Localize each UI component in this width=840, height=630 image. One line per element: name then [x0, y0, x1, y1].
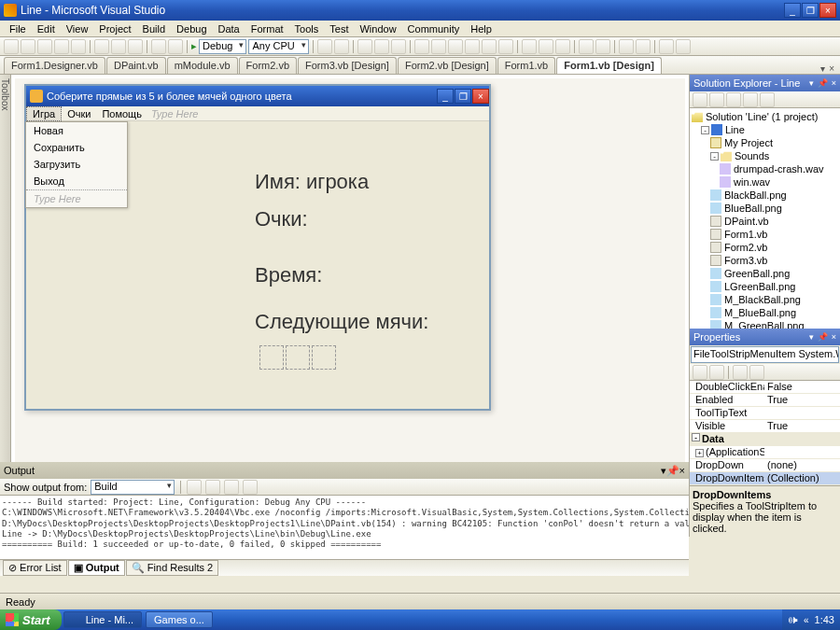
- property-row[interactable]: DropDown(none): [690, 459, 840, 472]
- menu-help[interactable]: Help: [465, 22, 497, 35]
- tree-item[interactable]: M_BlueBall.png: [692, 306, 838, 319]
- prop-events-button[interactable]: [733, 365, 748, 380]
- output-find-button[interactable]: [187, 480, 202, 495]
- output-goto-button[interactable]: [205, 480, 220, 495]
- property-row[interactable]: +(ApplicationSett: [690, 446, 840, 459]
- align-left-button[interactable]: [414, 39, 429, 54]
- doc-tab[interactable]: Form2.vb: [239, 57, 297, 74]
- menu-file[interactable]: File: [4, 22, 32, 35]
- output-tab[interactable]: ▣ Output: [68, 560, 125, 576]
- menu-debug[interactable]: Debug: [171, 22, 212, 35]
- run-icon[interactable]: ▸: [191, 40, 197, 52]
- properties-grid[interactable]: DoubleClickEnalFalseEnabledTrueToolTipTe…: [690, 381, 840, 485]
- label-time[interactable]: Время:: [255, 263, 322, 287]
- tree-item[interactable]: M_GreenBall.png: [692, 319, 838, 329]
- se-showall-button[interactable]: [709, 92, 724, 107]
- align-bottom-button[interactable]: [498, 39, 513, 54]
- maximize-button[interactable]: ❐: [802, 3, 819, 18]
- tb-c[interactable]: [357, 39, 372, 54]
- new-project-button[interactable]: [4, 39, 19, 54]
- output-tab[interactable]: 🔍 Find Results 2: [126, 560, 218, 576]
- align-top-button[interactable]: [465, 39, 480, 54]
- close-button[interactable]: ×: [819, 3, 836, 18]
- align-middle-button[interactable]: [482, 39, 497, 54]
- prop-categorized-button[interactable]: [693, 365, 707, 380]
- prop-close-icon[interactable]: ×: [832, 332, 836, 342]
- menu-test[interactable]: Test: [324, 22, 354, 35]
- align-center-button[interactable]: [431, 39, 446, 54]
- cut-button[interactable]: [94, 39, 109, 54]
- menu-type-here[interactable]: Type Here: [147, 107, 204, 120]
- vspace-button[interactable]: [595, 39, 610, 54]
- hspace-button[interactable]: [579, 39, 594, 54]
- output-text[interactable]: ------ Build started: Project: Line, Con…: [0, 496, 689, 559]
- property-row[interactable]: DropDownItems(Collection): [690, 472, 840, 485]
- save-button[interactable]: [54, 39, 69, 54]
- doc-tab[interactable]: Form1.vb: [497, 57, 555, 74]
- prop-pages-button[interactable]: [749, 365, 764, 380]
- bring-front-button[interactable]: [619, 39, 634, 54]
- panel-close-icon[interactable]: ×: [832, 78, 836, 88]
- label-score[interactable]: Очки:: [255, 207, 308, 231]
- property-category[interactable]: -Data: [690, 433, 840, 446]
- lock-controls-button[interactable]: [676, 39, 691, 54]
- menu-community[interactable]: Community: [402, 22, 466, 35]
- tree-item[interactable]: M_BlackBall.png: [692, 293, 838, 306]
- align-right-button[interactable]: [448, 39, 463, 54]
- se-viewcode-button[interactable]: [743, 92, 758, 107]
- solution-explorer-header[interactable]: Solution Explorer - Line ▾ 📌 ×: [690, 75, 840, 91]
- doc-tab[interactable]: DPaint.vb: [106, 57, 166, 74]
- prop-pin-icon[interactable]: 📌: [818, 332, 828, 342]
- undo-button[interactable]: [151, 39, 166, 54]
- start-button[interactable]: Start: [0, 609, 62, 630]
- send-back-button[interactable]: [636, 39, 651, 54]
- tb-b[interactable]: [334, 39, 349, 54]
- menu-score[interactable]: Очки: [62, 107, 96, 120]
- menu-item-exit[interactable]: Выход: [26, 173, 127, 189]
- property-row[interactable]: DoubleClickEnalFalse: [690, 381, 840, 394]
- doc-tab[interactable]: Form3.vb [Design]: [298, 57, 397, 74]
- tray-clock[interactable]: 1:43: [815, 614, 834, 625]
- menu-view[interactable]: View: [61, 22, 94, 35]
- designed-form-menustrip[interactable]: Игра Очки Помощь Type Here: [26, 106, 489, 121]
- taskbar-button-games[interactable]: Games o...: [146, 611, 213, 628]
- tree-item[interactable]: GreenBall.png: [692, 267, 838, 280]
- system-tray[interactable]: 🕪 « 1:43: [782, 609, 840, 630]
- minimize-button[interactable]: _: [784, 3, 801, 18]
- property-row[interactable]: EnabledTrue: [690, 394, 840, 407]
- doc-tab[interactable]: mModule.vb: [167, 57, 238, 74]
- output-close-icon[interactable]: ×: [679, 465, 685, 476]
- tab-order-button[interactable]: [659, 39, 674, 54]
- menu-item-load[interactable]: Загрузить: [26, 156, 127, 173]
- tb-a[interactable]: [317, 39, 332, 54]
- se-viewdesigner-button[interactable]: [760, 92, 775, 107]
- same-size-button[interactable]: [555, 39, 570, 54]
- prop-alphabetical-button[interactable]: [709, 365, 724, 380]
- output-wrap-button[interactable]: [243, 480, 258, 495]
- tabs-close-icon[interactable]: ×: [829, 63, 834, 74]
- menu-item-save[interactable]: Сохранить: [26, 139, 127, 156]
- label-player-name[interactable]: Имя: игрока: [255, 170, 369, 194]
- output-pin-icon[interactable]: 📌: [666, 465, 679, 477]
- menu-edit[interactable]: Edit: [32, 22, 61, 35]
- tree-item[interactable]: drumpad-crash.wav: [692, 162, 838, 175]
- label-next-balls[interactable]: Следующие мячи:: [255, 310, 428, 334]
- designed-form[interactable]: Соберите прямые из 5 и более мячей одног…: [24, 84, 491, 411]
- menu-tools[interactable]: Tools: [289, 22, 325, 35]
- doc-tab[interactable]: Form2.vb [Design]: [398, 57, 497, 74]
- add-item-button[interactable]: [21, 39, 35, 54]
- open-button[interactable]: [37, 39, 52, 54]
- menu-project[interactable]: Project: [93, 22, 136, 35]
- tree-item[interactable]: BlueBall.png: [692, 202, 838, 215]
- property-row[interactable]: ToolTipText: [690, 407, 840, 420]
- menu-data[interactable]: Data: [213, 22, 245, 35]
- tree-item[interactable]: DPaint.vb: [692, 215, 838, 228]
- tree-item[interactable]: Form2.vb: [692, 241, 838, 254]
- output-clear-button[interactable]: [224, 480, 239, 495]
- save-all-button[interactable]: [71, 39, 86, 54]
- tree-expander-icon[interactable]: -: [710, 152, 719, 161]
- menu-format[interactable]: Format: [245, 22, 289, 35]
- tree-item[interactable]: win.wav: [692, 175, 838, 189]
- same-height-button[interactable]: [539, 39, 553, 54]
- menu-help[interactable]: Помощь: [96, 107, 147, 120]
